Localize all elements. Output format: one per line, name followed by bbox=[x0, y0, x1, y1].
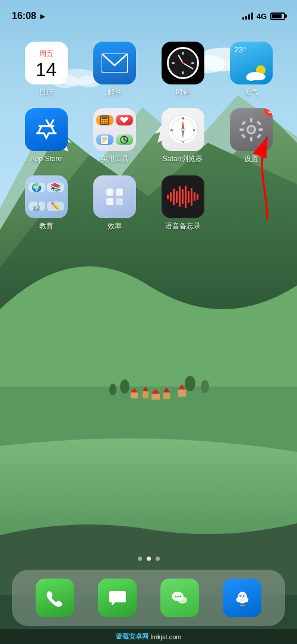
app-calendar[interactable]: 周五 14 日历 bbox=[20, 42, 73, 96]
svg-point-55 bbox=[248, 127, 254, 133]
voice-wave bbox=[167, 185, 198, 209]
svg-rect-59 bbox=[258, 128, 263, 131]
svg-point-77 bbox=[240, 595, 241, 596]
mail-label: 邮件 bbox=[108, 88, 122, 96]
svg-point-36 bbox=[102, 122, 103, 123]
dock bbox=[12, 570, 285, 626]
svg-point-35 bbox=[106, 120, 108, 121]
calendar-label: 日历 bbox=[39, 88, 53, 96]
messages-icon bbox=[106, 587, 129, 610]
svg-rect-61 bbox=[256, 121, 261, 125]
svg-point-37 bbox=[104, 122, 105, 123]
svg-rect-64 bbox=[106, 189, 113, 196]
network-type: 4G bbox=[257, 12, 267, 21]
app-mail[interactable]: 邮件 bbox=[88, 42, 141, 96]
watermark-suffix: lmkjst.com bbox=[151, 633, 182, 640]
clock2-icon bbox=[119, 134, 129, 145]
svg-rect-12 bbox=[178, 389, 186, 397]
weather-temp: 23° bbox=[235, 45, 247, 54]
app-utility[interactable]: 实用工具 bbox=[88, 108, 141, 163]
svg-text:N: N bbox=[181, 117, 184, 120]
svg-point-16 bbox=[201, 380, 209, 393]
apps-row-3: 🌍 📚 🔬 ✏️ 教育 效率 bbox=[12, 175, 285, 230]
svg-rect-57 bbox=[250, 137, 252, 142]
svg-rect-67 bbox=[116, 198, 123, 205]
svg-point-71 bbox=[175, 595, 176, 597]
svg-rect-60 bbox=[241, 121, 245, 125]
watermark: 蓝莓安卓网 lmkjst.com bbox=[0, 629, 297, 644]
app-efficiency[interactable]: 效率 bbox=[88, 175, 141, 230]
svg-rect-4 bbox=[131, 392, 138, 398]
svg-point-80 bbox=[239, 598, 245, 602]
svg-point-38 bbox=[106, 122, 108, 123]
apps-row-2: App Store bbox=[12, 108, 285, 163]
dock-wechat[interactable] bbox=[160, 579, 199, 617]
svg-text:E: E bbox=[193, 128, 195, 132]
app-safari[interactable]: N S W E Safari浏览器 bbox=[156, 108, 210, 163]
svg-point-72 bbox=[177, 595, 179, 597]
wechat-icon bbox=[169, 587, 191, 610]
app-settings[interactable]: 3 设置 bbox=[225, 108, 278, 163]
safari-label: Safari浏览器 bbox=[163, 155, 203, 163]
settings-icon bbox=[236, 115, 266, 144]
app-edu[interactable]: 🌍 📚 🔬 ✏️ 教育 bbox=[20, 175, 73, 230]
page-dots bbox=[0, 557, 297, 561]
health-icon bbox=[119, 115, 129, 125]
svg-point-17 bbox=[109, 384, 116, 395]
svg-rect-84 bbox=[242, 605, 245, 606]
phone-icon bbox=[44, 587, 67, 610]
clock-face bbox=[167, 47, 199, 79]
svg-point-30 bbox=[254, 73, 266, 80]
svg-rect-66 bbox=[106, 198, 113, 205]
safari-icon: N S W E bbox=[168, 114, 198, 145]
svg-rect-10 bbox=[163, 392, 170, 399]
status-bar: 16:08 ▶ 4G bbox=[0, 0, 297, 26]
svg-point-14 bbox=[120, 379, 129, 394]
calendar-date: 14 bbox=[36, 60, 57, 79]
app-weather[interactable]: 23° 天气 bbox=[225, 42, 278, 96]
location-icon: ▶ bbox=[40, 13, 45, 20]
svg-rect-56 bbox=[250, 118, 252, 122]
page-dot-3 bbox=[156, 557, 160, 561]
weather-icon bbox=[244, 63, 268, 81]
app-empty bbox=[225, 175, 278, 230]
svg-text:W: W bbox=[170, 128, 173, 132]
weather-label: 天气 bbox=[244, 88, 258, 96]
app-clock[interactable]: 时钟 bbox=[156, 42, 210, 96]
svg-rect-8 bbox=[151, 394, 160, 400]
dock-phone[interactable] bbox=[36, 579, 74, 617]
appstore-icon bbox=[33, 117, 59, 143]
apps-row-1: 周五 14 日历 邮件 bbox=[12, 42, 285, 96]
clock-label: 时钟 bbox=[176, 88, 190, 96]
svg-rect-63 bbox=[256, 134, 261, 139]
signal-bars bbox=[242, 12, 253, 20]
svg-text:S: S bbox=[181, 140, 184, 144]
appstore-label: App Store bbox=[30, 155, 62, 163]
dock-messages[interactable] bbox=[98, 579, 137, 617]
apps-grid: 周五 14 日历 邮件 bbox=[0, 36, 297, 248]
svg-rect-6 bbox=[143, 391, 148, 398]
utility-label: 实用工具 bbox=[100, 155, 129, 163]
svg-rect-83 bbox=[240, 605, 242, 606]
svg-point-33 bbox=[102, 120, 103, 121]
svg-point-78 bbox=[244, 595, 245, 596]
svg-rect-65 bbox=[116, 189, 123, 196]
dock-qq[interactable] bbox=[223, 579, 261, 617]
svg-point-15 bbox=[185, 376, 195, 391]
svg-rect-62 bbox=[241, 134, 245, 139]
calendar-weekday: 周五 bbox=[25, 45, 68, 59]
svg-point-34 bbox=[104, 120, 105, 121]
efficiency-label: 效率 bbox=[108, 222, 122, 230]
app-voicememo[interactable]: 语音备忘录 bbox=[156, 175, 210, 230]
notes-icon bbox=[99, 134, 110, 145]
app-appstore[interactable]: App Store bbox=[20, 108, 73, 163]
mail-icon bbox=[102, 54, 128, 73]
svg-rect-58 bbox=[239, 128, 244, 131]
svg-rect-32 bbox=[102, 117, 108, 119]
svg-point-70 bbox=[178, 596, 187, 604]
svg-line-45 bbox=[124, 140, 127, 141]
efficiency-icon bbox=[102, 184, 128, 210]
svg-point-73 bbox=[179, 595, 181, 597]
battery-icon bbox=[270, 12, 285, 20]
voicememo-label: 语音备忘录 bbox=[165, 222, 201, 230]
